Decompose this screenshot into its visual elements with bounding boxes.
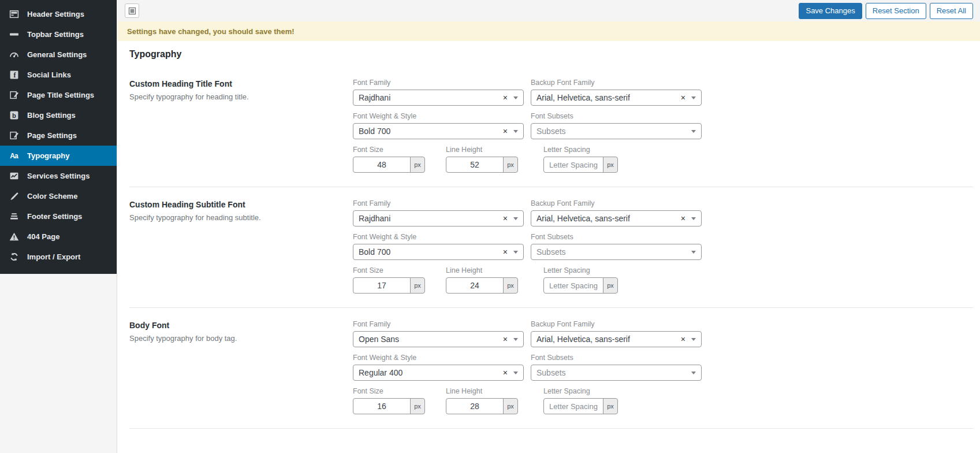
section-description: Specify typography for heading title. — [129, 92, 353, 101]
chevron-down-icon[interactable] — [513, 217, 518, 220]
line-height-input[interactable] — [446, 157, 504, 173]
footer-icon — [8, 211, 20, 222]
sidebar-item-blog-settings[interactable]: b Blog Settings — [0, 105, 117, 125]
letter-spacing-input[interactable] — [543, 157, 603, 173]
sidebar-item-label: Social Links — [27, 70, 71, 79]
reset-all-button[interactable]: Reset All — [930, 3, 973, 19]
font-subsets-select[interactable]: Subsets — [531, 365, 702, 381]
font-family-select[interactable]: Rajdhani × — [353, 210, 524, 226]
backup-font-family-select[interactable]: Arial, Helvetica, sans-serif × — [531, 210, 702, 226]
font-family-label: Font Family — [353, 200, 524, 207]
blog-icon: b — [8, 110, 20, 121]
sidebar-item-header-settings[interactable]: Header Settings — [0, 4, 117, 24]
letter-spacing-label: Letter Spacing — [543, 146, 618, 154]
chevron-down-icon[interactable] — [513, 130, 518, 133]
chevron-down-icon[interactable] — [513, 251, 518, 254]
font-weight-select[interactable]: Bold 700 × — [353, 123, 524, 139]
clear-icon[interactable]: × — [503, 94, 508, 102]
chevron-down-icon[interactable] — [691, 338, 696, 341]
chevron-down-icon[interactable] — [691, 372, 696, 374]
font-family-label: Font Family — [353, 321, 524, 328]
line-height-input[interactable] — [446, 277, 504, 294]
sidebar-item-social-links[interactable]: f Social Links — [0, 65, 117, 85]
svg-text:b: b — [12, 112, 16, 119]
font-weight-label: Font Weight & Style — [353, 113, 524, 120]
sidebar-item-label: 404 Page — [27, 232, 59, 241]
backup-font-family-select[interactable]: Arial, Helvetica, sans-serif × — [531, 331, 702, 347]
unit-suffix: px — [410, 277, 425, 294]
backup-font-family-label: Backup Font Family — [531, 200, 702, 207]
clear-icon[interactable]: × — [681, 335, 685, 343]
save-changes-button[interactable]: Save Changes — [799, 3, 862, 19]
font-size-input[interactable] — [353, 157, 411, 173]
sidebar-item-typography[interactable]: Aa Typography — [0, 146, 117, 166]
svg-text:f: f — [13, 72, 16, 79]
font-subsets-select[interactable]: Subsets — [531, 244, 702, 260]
toggle-sections-button[interactable] — [125, 3, 139, 18]
section-title: Body Font — [129, 321, 353, 330]
sidebar-item-404-page[interactable]: 404 Page — [0, 226, 117, 247]
font-size-input[interactable] — [353, 277, 411, 294]
font-size-input[interactable] — [353, 398, 411, 414]
section-description: Specify typography for body tag. — [129, 334, 353, 343]
unit-suffix: px — [503, 277, 518, 294]
chevron-down-icon[interactable] — [513, 372, 518, 374]
font-weight-label: Font Weight & Style — [353, 233, 524, 241]
clear-icon[interactable]: × — [503, 127, 508, 135]
sidebar-item-footer-settings[interactable]: Footer Settings — [0, 206, 117, 226]
backup-font-family-select[interactable]: Arial, Helvetica, sans-serif × — [531, 90, 702, 106]
clear-icon[interactable]: × — [503, 369, 508, 377]
chevron-down-icon[interactable] — [513, 338, 518, 341]
line-height-label: Line Height — [446, 388, 518, 395]
font-subsets-select[interactable]: Subsets — [531, 123, 702, 139]
font-weight-select[interactable]: Bold 700 × — [353, 244, 524, 260]
font-size-label: Font Size — [353, 267, 425, 274]
font-size-label: Font Size — [353, 146, 425, 154]
font-weight-select[interactable]: Regular 400 × — [353, 365, 524, 381]
unsaved-changes-notice: Settings have changed, you should save t… — [118, 21, 980, 41]
sidebar-item-label: Services Settings — [27, 172, 90, 180]
reset-section-button[interactable]: Reset Section — [866, 3, 926, 19]
backup-font-family-label: Backup Font Family — [531, 321, 702, 328]
edit-icon — [8, 130, 20, 142]
clear-icon[interactable]: × — [503, 214, 508, 222]
font-family-select[interactable]: Rajdhani × — [353, 90, 524, 106]
brush-icon — [8, 191, 20, 202]
section-title: Custom Heading Subtitle Font — [129, 200, 353, 209]
sidebar-item-page-settings[interactable]: Page Settings — [0, 125, 117, 146]
unit-suffix: px — [503, 157, 518, 173]
clear-icon[interactable]: × — [681, 214, 685, 222]
sidebar-item-color-scheme[interactable]: Color Scheme — [0, 186, 117, 206]
line-height-input[interactable] — [446, 398, 504, 414]
facebook-icon: f — [8, 69, 20, 81]
sidebar-item-general-settings[interactable]: General Settings — [0, 44, 117, 65]
unit-suffix: px — [410, 157, 425, 173]
chevron-down-icon[interactable] — [691, 96, 696, 99]
sidebar-item-page-title-settings[interactable]: Page Title Settings — [0, 85, 117, 105]
section-title: Custom Heading Title Font — [129, 79, 353, 88]
font-family-select[interactable]: Open Sans × — [353, 331, 524, 347]
font-subsets-label: Font Subsets — [531, 113, 702, 120]
letter-spacing-input[interactable] — [543, 398, 603, 414]
sidebar-item-label: Color Scheme — [27, 192, 77, 200]
clear-icon[interactable]: × — [503, 248, 508, 256]
letter-spacing-label: Letter Spacing — [543, 267, 618, 274]
sidebar-item-label: Footer Settings — [27, 212, 82, 221]
letter-spacing-input[interactable] — [543, 277, 603, 294]
chevron-down-icon[interactable] — [691, 251, 696, 254]
clear-icon[interactable]: × — [503, 335, 508, 343]
chart-icon — [8, 170, 20, 182]
typography-icon: Aa — [8, 150, 20, 162]
section-custom-heading-title-font: Custom Heading Title Font Specify typogr… — [129, 72, 973, 187]
sidebar-item-topbar-settings[interactable]: Topbar Settings — [0, 24, 117, 44]
unit-suffix: px — [603, 157, 618, 173]
sidebar-item-import-export[interactable]: Import / Export — [0, 247, 117, 267]
chevron-down-icon[interactable] — [691, 217, 696, 220]
sidebar-item-services-settings[interactable]: Services Settings — [0, 166, 117, 186]
sidebar-item-label: Typography — [27, 151, 69, 160]
section-custom-heading-subtitle-font: Custom Heading Subtitle Font Specify typ… — [129, 187, 973, 308]
chevron-down-icon[interactable] — [513, 96, 518, 99]
chevron-down-icon[interactable] — [691, 130, 696, 133]
clear-icon[interactable]: × — [681, 94, 685, 102]
header-icon — [8, 9, 20, 20]
